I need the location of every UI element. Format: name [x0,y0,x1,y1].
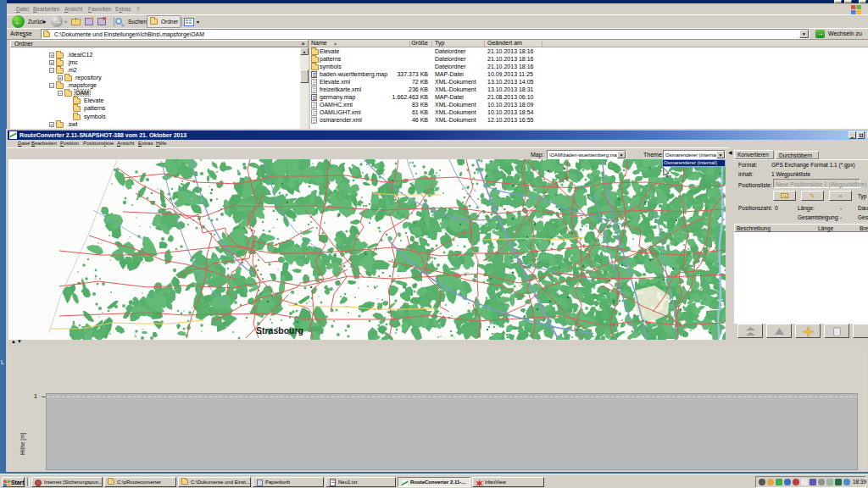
svg-text:Strasbourg: Strasbourg [256,325,303,336]
